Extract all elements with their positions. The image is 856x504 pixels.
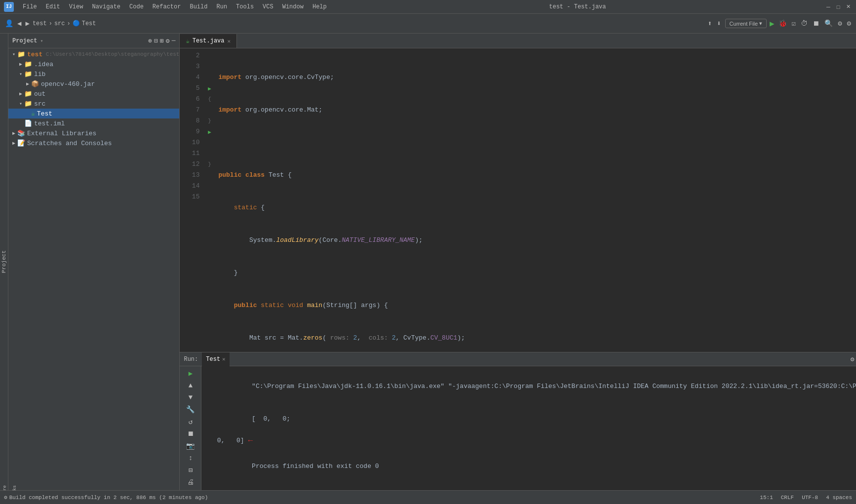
menu-tools[interactable]: Tools [232, 2, 258, 11]
run-command-text: "C:\Program Files\Java\jdk-11.0.16.1\bin… [252, 383, 856, 390]
tree-item-root[interactable]: ▾ 📁 test C:\Users\78146\Desktop\steganog… [8, 49, 179, 59]
tree-path-root: C:\Users\78146\Desktop\steganography\tes… [42, 51, 179, 57]
run-play-btn[interactable]: ▶ [188, 368, 194, 379]
position-indicator[interactable]: 15:1 [760, 495, 773, 501]
run-gutter-9[interactable]: ▶ [204, 126, 214, 137]
locate-file-icon[interactable]: ⊞ [160, 37, 164, 45]
tree-item-opencv[interactable]: ▶ 📦 opencv-460.jar [8, 79, 179, 89]
project-sidebar-label[interactable]: Project [0, 248, 8, 275]
maximize-button[interactable]: □ [834, 3, 842, 11]
run-output-line2: 0, 0] ← [205, 435, 856, 446]
menu-refactor[interactable]: Refactor [149, 2, 185, 11]
run-settings-icon[interactable]: ⚙ [851, 355, 855, 363]
stop-icon[interactable]: ⏹ [812, 19, 820, 29]
run-wrench-btn[interactable]: 🔧 [185, 404, 195, 415]
close-button[interactable]: ✕ [844, 3, 852, 11]
breadcrumb-project[interactable]: test [33, 20, 47, 27]
breadcrumb: test › src › 🔵 Test [33, 20, 96, 27]
menu-window[interactable]: Window [278, 2, 308, 11]
run-down-btn[interactable]: ▼ [188, 392, 194, 402]
tree-item-iml[interactable]: 📄 test.iml [8, 118, 179, 128]
tree-item-src[interactable]: ▾ 📁 src [8, 99, 179, 109]
tree-item-lib[interactable]: ▾ 📁 lib [8, 69, 179, 79]
folder-icon-lib: 📁 [24, 70, 32, 78]
tree-label-scratches: Scratches and Consoles [27, 140, 112, 147]
run-filter-btn[interactable]: ⊟ [188, 465, 194, 475]
run-tab-bar: Run: Test ✕ ⚙ ─ [180, 352, 856, 366]
line-ending-indicator[interactable]: CRLF [781, 495, 794, 501]
folder-icon-root: 📁 [17, 50, 25, 58]
current-file-label: Current File [730, 21, 758, 27]
menu-view[interactable]: View [65, 2, 87, 11]
menu-code[interactable]: Code [125, 2, 148, 11]
search-icon[interactable]: 🔍 [823, 18, 834, 29]
window-title: test - Test.java [332, 3, 823, 10]
project-panel-title: Project [12, 38, 37, 44]
git-push-icon[interactable]: ⬇ [716, 18, 722, 29]
iml-icon: 📄 [24, 119, 32, 127]
breadcrumb-classname[interactable]: Test [82, 20, 96, 27]
menu-file[interactable]: File [19, 2, 41, 11]
panel-settings-icon[interactable]: ⚙ [166, 37, 170, 45]
bottom-panel: Run: Test ✕ ⚙ ─ ▶ ▲ ▼ 🔧 ↺ ⏹ 📷 ↕ [180, 352, 856, 490]
menu-edit[interactable]: Edit [42, 2, 64, 11]
git-icon[interactable]: ⚙ [846, 18, 852, 29]
run-camera-btn[interactable]: 📷 [185, 441, 195, 451]
menu-bar: IJ File Edit View Navigate Code Refactor… [0, 0, 856, 14]
settings-icon[interactable]: ⚙ [837, 18, 843, 29]
tree-item-idea[interactable]: ▶ 📁 .idea [8, 59, 179, 69]
menu-navigate[interactable]: Navigate [88, 2, 124, 11]
forward-icon[interactable]: ▶ [24, 18, 30, 29]
code-area[interactable]: import org.opencv.core.CvType; import or… [214, 48, 856, 352]
status-bar: ⚙ Build completed successfully in 2 sec,… [0, 490, 856, 504]
panel-header-icons: ⊕ ⊟ ⊞ ⚙ ─ [148, 37, 175, 45]
git-update-icon[interactable]: ⬆ [707, 18, 713, 29]
tab-close-icon[interactable]: ✕ [228, 38, 231, 44]
menu-help[interactable]: Help [309, 2, 331, 11]
current-file-dropdown[interactable]: Current File ▾ [725, 19, 767, 28]
output-text-2: 0, 0] [205, 435, 244, 446]
encoding-indicator[interactable]: UTF-8 [802, 495, 818, 501]
run-output: "C:\Program Files\Java\jdk-11.0.16.1\bin… [201, 366, 856, 490]
profile-icon[interactable]: 👤 [4, 18, 14, 29]
tab-more-button[interactable]: ⋮ [854, 40, 856, 48]
run-tab-close-icon[interactable]: ✕ [222, 356, 226, 362]
tree-item-out[interactable]: ▶ 📁 out [8, 89, 179, 99]
tree-item-test-class[interactable]: ☕ Test [8, 109, 179, 118]
profile-run-icon[interactable]: ⏱ [800, 19, 809, 29]
brace-gutter-8: } [204, 116, 214, 126]
run-gutter-5[interactable]: ▶ [204, 83, 214, 94]
tree-item-ext-lib[interactable]: ▶ 📚 External Libraries [8, 128, 179, 138]
run-up-btn[interactable]: ▲ [188, 381, 194, 390]
tree-item-scratches[interactable]: ▶ 📝 Scratches and Consoles [8, 138, 179, 148]
run-button[interactable]: ▶ [770, 19, 775, 29]
indent-indicator[interactable]: 4 spaces [826, 495, 852, 501]
editor-content[interactable]: 2 3 4 5 6 7 8 9 10 11 12 13 14 15 ▶ [180, 48, 856, 352]
tab-test-java[interactable]: ☕ Test.java ✕ [180, 34, 237, 48]
breadcrumb-src[interactable]: src [54, 20, 65, 27]
tree-arrow-iml [17, 121, 24, 126]
back-icon[interactable]: ◀ [16, 18, 22, 29]
menu-build[interactable]: Build [186, 2, 211, 11]
debug-icon[interactable]: 🐞 [778, 18, 788, 29]
run-print-btn[interactable]: 🖨 [186, 477, 195, 487]
tab-java-icon: ☕ [186, 38, 189, 45]
panel-close-icon[interactable]: ─ [172, 37, 176, 45]
menu-vcs[interactable]: VCS [259, 2, 277, 11]
run-tab-test[interactable]: Test ✕ [202, 352, 229, 366]
folder-icon-idea: 📁 [24, 60, 32, 68]
coverage-icon[interactable]: ☑ [791, 18, 797, 29]
minimize-button[interactable]: ─ [824, 3, 832, 11]
menu-run[interactable]: Run [212, 2, 231, 11]
run-scroll-btn[interactable]: ↕ [188, 453, 194, 463]
scope-icon[interactable]: ⊕ [148, 37, 152, 45]
tree-label-lib: lib [34, 71, 45, 78]
tree-label-idea: .idea [34, 61, 53, 68]
run-rerun-btn[interactable]: ↺ [188, 417, 194, 427]
run-stop-btn[interactable]: ⏹ [186, 429, 195, 439]
breadcrumb-class[interactable]: 🔵 [73, 20, 80, 27]
collapse-all-icon[interactable]: ⊟ [154, 37, 158, 45]
code-line-9: public static void main(String[] args) { [218, 300, 856, 311]
toolbar: 👤 ◀ ▶ test › src › 🔵 Test ⬆ ⬇ Current Fi… [0, 14, 856, 34]
window-controls: ─ □ ✕ [824, 3, 852, 11]
